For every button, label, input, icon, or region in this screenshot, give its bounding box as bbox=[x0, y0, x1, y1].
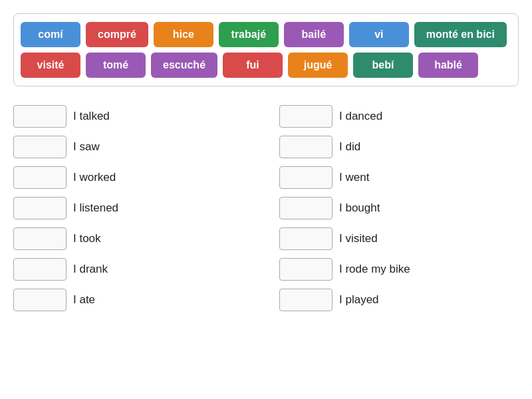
answer-box-danced[interactable] bbox=[279, 105, 332, 128]
match-label-worked: I worked bbox=[73, 171, 116, 184]
answer-box-rode[interactable] bbox=[279, 258, 332, 281]
match-row-went: I went bbox=[279, 164, 519, 192]
match-row-saw: I saw bbox=[13, 133, 253, 161]
match-label-played: I played bbox=[339, 293, 379, 307]
answer-box-ate[interactable] bbox=[13, 289, 66, 311]
word-tile-vi[interactable]: vi bbox=[349, 22, 409, 47]
match-label-rode: I rode my bike bbox=[339, 263, 410, 276]
right-column: I dancedI didI wentI boughtI visitedI ro… bbox=[279, 102, 519, 314]
match-row-danced: I danced bbox=[279, 102, 519, 130]
match-label-bought: I bought bbox=[339, 201, 380, 215]
word-tile-fui[interactable]: fui bbox=[223, 53, 283, 78]
word-tile-tome[interactable]: tomé bbox=[86, 53, 146, 78]
match-label-talked: I talked bbox=[73, 110, 110, 123]
word-bank: comícompréhicetrabajébailévimonté en bic… bbox=[13, 13, 519, 86]
word-tile-hice[interactable]: hice bbox=[154, 22, 213, 47]
word-tile-hable[interactable]: hablé bbox=[418, 53, 478, 78]
answer-box-worked[interactable] bbox=[13, 166, 66, 189]
left-column: I talkedI sawI workedI listenedI tookI d… bbox=[13, 102, 253, 314]
word-tile-comi[interactable]: comí bbox=[21, 22, 80, 47]
match-row-drank: I drank bbox=[13, 255, 253, 283]
answer-box-did[interactable] bbox=[279, 136, 332, 158]
match-label-listened: I listened bbox=[73, 201, 118, 215]
answer-box-visited[interactable] bbox=[279, 227, 332, 250]
match-row-rode: I rode my bike bbox=[279, 255, 519, 283]
match-area: I talkedI sawI workedI listenedI tookI d… bbox=[13, 102, 519, 314]
word-tile-jugue[interactable]: jugué bbox=[288, 53, 348, 78]
match-row-listened: I listened bbox=[13, 194, 253, 222]
match-row-ate: I ate bbox=[13, 286, 253, 314]
match-label-took: I took bbox=[73, 232, 101, 245]
match-label-visited: I visited bbox=[339, 232, 378, 245]
word-tile-monte[interactable]: monté en bici bbox=[414, 22, 507, 47]
match-row-took: I took bbox=[13, 225, 253, 253]
match-label-drank: I drank bbox=[73, 263, 108, 276]
match-row-played: I played bbox=[279, 286, 519, 314]
match-row-visited: I visited bbox=[279, 225, 519, 253]
match-label-did: I did bbox=[339, 140, 360, 154]
word-tile-baile[interactable]: bailé bbox=[284, 22, 344, 47]
match-row-talked: I talked bbox=[13, 102, 253, 130]
answer-box-drank[interactable] bbox=[13, 258, 66, 281]
match-label-danced: I danced bbox=[339, 110, 382, 123]
answer-box-saw[interactable] bbox=[13, 136, 66, 158]
match-label-went: I went bbox=[339, 171, 369, 184]
answer-box-listened[interactable] bbox=[13, 197, 66, 219]
answer-box-bought[interactable] bbox=[279, 197, 332, 219]
word-tile-escuche[interactable]: escuché bbox=[151, 53, 217, 78]
match-row-bought: I bought bbox=[279, 194, 519, 222]
word-tile-compre[interactable]: compré bbox=[86, 22, 148, 47]
answer-box-talked[interactable] bbox=[13, 105, 66, 128]
match-row-worked: I worked bbox=[13, 164, 253, 192]
match-row-did: I did bbox=[279, 133, 519, 161]
word-tile-bebi[interactable]: bebí bbox=[353, 53, 413, 78]
match-label-ate: I ate bbox=[73, 293, 95, 307]
match-label-saw: I saw bbox=[73, 140, 100, 154]
word-tile-trabaje[interactable]: trabajé bbox=[219, 22, 279, 47]
answer-box-played[interactable] bbox=[279, 289, 332, 311]
answer-box-went[interactable] bbox=[279, 166, 332, 189]
word-tile-visite[interactable]: visité bbox=[21, 53, 80, 78]
answer-box-took[interactable] bbox=[13, 227, 66, 250]
